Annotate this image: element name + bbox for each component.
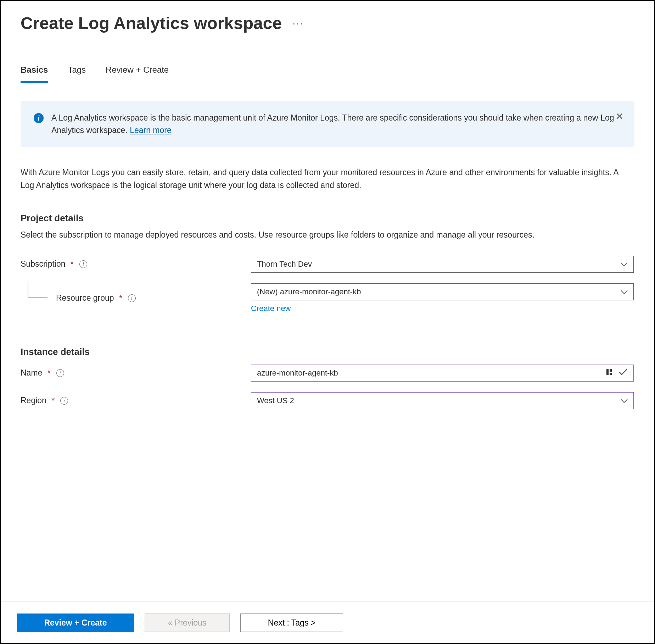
previous-button: « Previous <box>145 614 230 632</box>
help-icon[interactable]: i <box>128 294 136 302</box>
name-label: Name <box>21 368 42 378</box>
password-manager-icon[interactable] <box>606 368 614 378</box>
learn-more-link[interactable]: Learn more <box>130 126 172 135</box>
help-icon[interactable]: i <box>79 260 87 268</box>
required-asterisk: * <box>119 293 122 303</box>
svg-rect-2 <box>610 373 612 375</box>
subscription-label: Subscription <box>21 259 66 269</box>
region-value: West US 2 <box>257 396 294 405</box>
project-details-heading: Project details <box>21 213 634 224</box>
svg-rect-1 <box>610 369 612 372</box>
help-icon[interactable]: i <box>60 397 68 405</box>
subscription-select[interactable]: Thorn Tech Dev <box>251 256 634 273</box>
project-details-sub: Select the subscription to manage deploy… <box>21 229 588 242</box>
tree-elbow <box>28 281 47 298</box>
info-icon: i <box>34 113 44 123</box>
create-new-link[interactable]: Create new <box>251 304 291 313</box>
page-title: Create Log Analytics workspace <box>21 13 282 33</box>
chevron-down-icon <box>621 396 628 405</box>
info-text: A Log Analytics workspace is the basic m… <box>51 112 621 136</box>
region-label: Region <box>21 396 46 405</box>
required-asterisk: * <box>71 259 74 269</box>
close-icon[interactable]: ✕ <box>616 110 623 123</box>
tab-tags[interactable]: Tags <box>68 65 86 83</box>
next-button[interactable]: Next : Tags > <box>240 614 343 632</box>
review-create-button[interactable]: Review + Create <box>17 614 134 632</box>
info-box: i A Log Analytics workspace is the basic… <box>21 101 634 147</box>
required-asterisk: * <box>47 368 50 378</box>
check-icon <box>618 368 628 378</box>
chevron-down-icon <box>621 287 628 296</box>
tabs: Basics Tags Review + Create <box>21 65 634 83</box>
more-icon[interactable]: ··· <box>292 18 304 29</box>
help-icon[interactable]: i <box>56 369 64 377</box>
subscription-value: Thorn Tech Dev <box>257 260 312 269</box>
tab-review-create[interactable]: Review + Create <box>106 65 169 83</box>
resource-group-select[interactable]: (New) azure-monitor-agent-kb <box>251 283 634 300</box>
chevron-down-icon <box>621 260 628 269</box>
tab-basics[interactable]: Basics <box>21 65 48 83</box>
intro-text: With Azure Monitor Logs you can easily s… <box>21 166 630 191</box>
svg-rect-0 <box>606 369 609 375</box>
resource-group-label: Resource group <box>56 293 114 303</box>
name-value: azure-monitor-agent-kb <box>257 368 338 378</box>
resource-group-value: (New) azure-monitor-agent-kb <box>257 287 361 296</box>
region-select[interactable]: West US 2 <box>251 392 634 409</box>
instance-details-heading: Instance details <box>21 346 634 357</box>
required-asterisk: * <box>51 396 55 406</box>
name-input[interactable]: azure-monitor-agent-kb <box>251 365 634 382</box>
footer: Review + Create « Previous Next : Tags > <box>1 601 654 643</box>
